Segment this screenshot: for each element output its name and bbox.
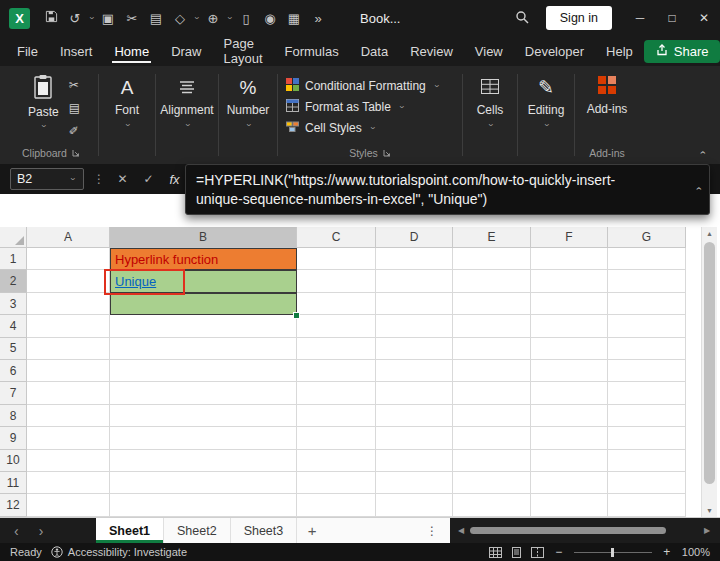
globe-icon[interactable]: ⊕ xyxy=(202,11,224,26)
alignment-group[interactable]: Alignment › xyxy=(156,66,218,164)
cell-g8[interactable] xyxy=(608,405,686,427)
row-header-8[interactable]: 8 xyxy=(0,405,27,427)
cell-e7[interactable] xyxy=(453,382,531,404)
minimize-button[interactable]: ─ xyxy=(624,11,656,25)
copy-icon[interactable]: ▤ xyxy=(145,11,167,26)
undo-icon[interactable]: ↺ xyxy=(64,11,86,26)
cell-b3[interactable] xyxy=(110,293,297,315)
cell-f11[interactable] xyxy=(531,472,608,494)
cell-f5[interactable] xyxy=(531,338,608,360)
font-group[interactable]: A Font › xyxy=(99,66,155,164)
number-group[interactable]: % Number › xyxy=(219,66,277,164)
name-box[interactable]: B2 › xyxy=(10,168,84,190)
cell-a10[interactable] xyxy=(27,450,110,472)
table-icon[interactable]: ▦ xyxy=(283,11,305,26)
cell-a9[interactable] xyxy=(27,427,110,449)
cell-d6[interactable] xyxy=(376,360,453,382)
format-painter-icon[interactable]: ✐ xyxy=(69,124,80,138)
cell-a12[interactable] xyxy=(27,494,110,516)
editing-expand-icon[interactable]: › xyxy=(541,121,551,130)
more-commands-icon[interactable]: » xyxy=(307,11,329,26)
menu-tab-review[interactable]: Review xyxy=(399,36,464,66)
cell-f7[interactable] xyxy=(531,382,608,404)
cell-styles-button[interactable]: Cell Styles › xyxy=(286,117,377,138)
cell-d1[interactable] xyxy=(376,248,453,270)
clipboard-icon[interactable]: ▣ xyxy=(97,11,119,26)
cells-expand-icon[interactable]: › xyxy=(485,121,495,130)
cell-d3[interactable] xyxy=(376,293,453,315)
cell-g6[interactable] xyxy=(608,360,686,382)
sign-in-button[interactable]: Sign in xyxy=(546,6,612,30)
cell-b4[interactable] xyxy=(110,315,297,337)
cell-d9[interactable] xyxy=(376,427,453,449)
collapse-ribbon-icon[interactable]: › xyxy=(697,151,708,154)
editing-group[interactable]: ✎ Editing › xyxy=(518,66,574,164)
cell-f12[interactable] xyxy=(531,494,608,516)
zoom-out-button[interactable]: − xyxy=(552,545,566,559)
next-sheet-icon[interactable]: › xyxy=(39,523,44,539)
zoom-thumb[interactable] xyxy=(611,548,614,557)
zoom-in-button[interactable]: + xyxy=(660,545,674,559)
scroll-right-icon[interactable]: ▶ xyxy=(698,526,716,535)
row-header-9[interactable]: 9 xyxy=(0,427,27,449)
formula-input[interactable]: =HYPERLINK("https://www.tutorialspoint.c… xyxy=(185,164,710,215)
menu-tab-page-layout[interactable]: Page Layout xyxy=(213,36,274,66)
scroll-up-icon[interactable]: ▲ xyxy=(702,230,717,237)
cell-g10[interactable] xyxy=(608,450,686,472)
cell-b9[interactable] xyxy=(110,427,297,449)
share-button[interactable]: Share xyxy=(644,40,720,63)
menu-tab-formulas[interactable]: Formulas xyxy=(274,36,350,66)
cell-g9[interactable] xyxy=(608,427,686,449)
sheet-tab-sheet1[interactable]: Sheet1 xyxy=(96,518,164,543)
cell-d8[interactable] xyxy=(376,405,453,427)
accessibility-checker[interactable]: Accessibility: Investigate xyxy=(51,546,187,558)
cell-e9[interactable] xyxy=(453,427,531,449)
menu-tab-insert[interactable]: Insert xyxy=(49,36,104,66)
cell-b1[interactable]: Hyperlink function xyxy=(110,248,297,270)
alignment-expand-icon[interactable]: › xyxy=(182,121,192,130)
cell-b6[interactable] xyxy=(110,360,297,382)
horizontal-scroll-thumb[interactable] xyxy=(470,527,666,534)
normal-view-icon[interactable] xyxy=(489,547,502,558)
save-icon[interactable] xyxy=(40,10,62,26)
menu-tab-data[interactable]: Data xyxy=(350,36,399,66)
enter-icon[interactable]: ✓ xyxy=(140,172,157,186)
undo-dropdown-icon[interactable]: › xyxy=(87,14,97,23)
maximize-button[interactable]: □ xyxy=(656,11,688,25)
new-document-icon[interactable]: ▯ xyxy=(235,11,257,26)
cell-b7[interactable] xyxy=(110,382,297,404)
zoom-level[interactable]: 100% xyxy=(682,546,710,558)
sheet-tab-sheet2[interactable]: Sheet2 xyxy=(164,518,231,543)
row-header-2[interactable]: 2 xyxy=(0,270,27,292)
cell-d5[interactable] xyxy=(376,338,453,360)
cell-c10[interactable] xyxy=(297,450,376,472)
cut-icon[interactable]: ✂ xyxy=(121,11,143,26)
cell-g12[interactable] xyxy=(608,494,686,516)
column-header-d[interactable]: D xyxy=(376,227,453,248)
column-header-c[interactable]: C xyxy=(297,227,376,248)
formula-bar-options-icon[interactable]: ⋮ xyxy=(93,172,105,186)
cell-a8[interactable] xyxy=(27,405,110,427)
column-header-e[interactable]: E xyxy=(453,227,531,248)
column-header-f[interactable]: F xyxy=(531,227,608,248)
cell-g4[interactable] xyxy=(608,315,686,337)
previous-sheet-icon[interactable]: ‹ xyxy=(14,523,19,539)
sheet-tab-sheet3[interactable]: Sheet3 xyxy=(231,518,298,543)
font-expand-icon[interactable]: › xyxy=(122,121,132,130)
zoom-slider[interactable] xyxy=(574,547,652,558)
cells-group[interactable]: Cells › xyxy=(463,66,517,164)
cell-d7[interactable] xyxy=(376,382,453,404)
cell-d4[interactable] xyxy=(376,315,453,337)
scroll-down-icon[interactable]: ▼ xyxy=(702,507,717,514)
cell-c8[interactable] xyxy=(297,405,376,427)
cut-button-icon[interactable]: ✂ xyxy=(69,78,80,92)
scroll-left-icon[interactable]: ◀ xyxy=(452,526,470,535)
cell-a4[interactable] xyxy=(27,315,110,337)
page-layout-view-icon[interactable] xyxy=(510,547,523,558)
cell-f4[interactable] xyxy=(531,315,608,337)
cell-f9[interactable] xyxy=(531,427,608,449)
cell-b10[interactable] xyxy=(110,450,297,472)
cell-e12[interactable] xyxy=(453,494,531,516)
paste-dropdown-icon[interactable]: › xyxy=(38,122,48,131)
menu-tab-home[interactable]: Home xyxy=(103,36,160,66)
